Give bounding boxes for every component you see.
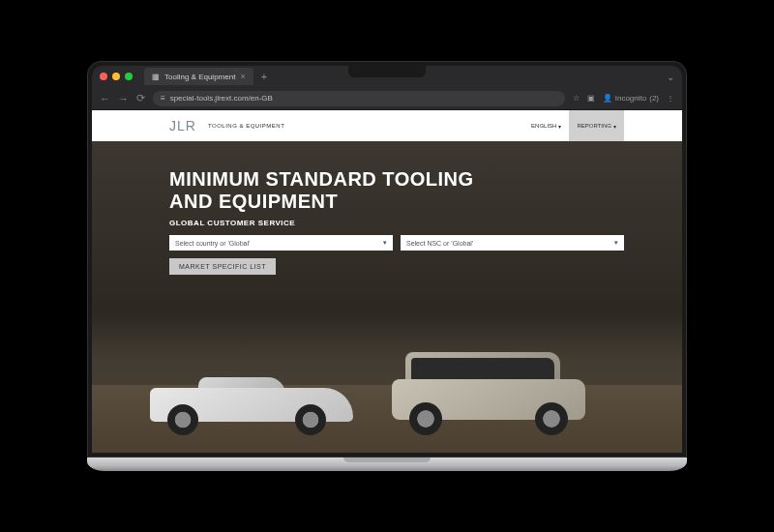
screen-bezel: ▦ Tooling & Equipment × + ⌄ ← → ⟳ ≡ spec… <box>87 61 687 458</box>
hero-content: MINIMUM STANDARD TOOLING AND EQUIPMENT G… <box>169 168 624 275</box>
nav-english[interactable]: ENGLISH ▾ <box>523 110 569 141</box>
title-line-2: AND EQUIPMENT <box>169 191 624 213</box>
incognito-count: (2) <box>649 94 659 103</box>
laptop-frame: ▦ Tooling & Equipment × + ⌄ ← → ⟳ ≡ spec… <box>87 61 687 471</box>
tab-favicon: ▦ <box>152 73 160 81</box>
chevron-down-icon: ▾ <box>614 239 618 247</box>
nav-reporting[interactable]: REPORTING ▾ <box>569 110 624 141</box>
maximize-window-button[interactable] <box>125 73 133 80</box>
tabs-menu-button[interactable]: ⌄ <box>667 72 674 82</box>
back-button[interactable]: ← <box>100 93 110 104</box>
select-placeholder: Select country or 'Global' <box>175 240 250 247</box>
forward-button[interactable]: → <box>118 93 129 104</box>
nav-label: REPORTING <box>577 123 611 129</box>
nsc-select[interactable]: Select NSC or 'Global' ▾ <box>401 235 624 251</box>
tab-title: Tooling & Equipment <box>164 73 235 81</box>
laptop-notch <box>348 66 426 77</box>
sports-car-image <box>150 368 353 435</box>
country-select[interactable]: Select country or 'Global' ▾ <box>169 235 393 251</box>
suv-image <box>392 339 585 435</box>
select-row: Select country or 'Global' ▾ Select NSC … <box>169 235 624 251</box>
chevron-down-icon: ▾ <box>383 239 387 247</box>
hero-image <box>92 298 682 453</box>
page-subtitle: GLOBAL CUSTOMER SERVICE <box>169 219 624 227</box>
address-bar[interactable]: ≡ special-tools.jlrext.com/en-GB <box>153 91 565 106</box>
title-line-1: MINIMUM STANDARD TOOLING <box>169 168 624 191</box>
browser-tab[interactable]: ▦ Tooling & Equipment × <box>144 68 253 85</box>
site-header: JLR TOOLING & EQUIPMENT ENGLISH ▾ REPORT… <box>92 110 682 141</box>
bookmark-icon[interactable]: ☆ <box>573 94 580 103</box>
browser-toolbar: ← → ⟳ ≡ special-tools.jlrext.com/en-GB ☆… <box>92 87 682 110</box>
reload-button[interactable]: ⟳ <box>136 92 145 104</box>
market-specific-list-button[interactable]: MARKET SPECIFIC LIST <box>169 258 276 275</box>
logo-subtitle: TOOLING & EQUIPMENT <box>208 123 284 129</box>
select-placeholder: Select NSC or 'Global' <box>406 240 473 247</box>
url-text: special-tools.jlrext.com/en-GB <box>170 94 273 103</box>
nav-label: ENGLISH <box>531 123 556 129</box>
minimize-window-button[interactable] <box>112 73 120 80</box>
extensions-icon[interactable]: ▣ <box>587 94 595 103</box>
window-controls <box>100 73 133 80</box>
site-info-icon[interactable]: ≡ <box>161 94 165 103</box>
incognito-icon: 👤 <box>603 94 612 103</box>
chevron-down-icon: ▾ <box>613 123 616 130</box>
new-tab-button[interactable]: + <box>257 71 271 82</box>
menu-icon[interactable]: ⋮ <box>667 94 674 103</box>
incognito-label: Incognito <box>615 94 646 103</box>
page-title: MINIMUM STANDARD TOOLING AND EQUIPMENT <box>169 168 624 213</box>
close-window-button[interactable] <box>100 73 107 80</box>
toolbar-actions: ☆ ▣ 👤 Incognito (2) ⋮ <box>573 94 674 103</box>
page-content: JLR TOOLING & EQUIPMENT ENGLISH ▾ REPORT… <box>92 110 682 453</box>
incognito-badge[interactable]: 👤 Incognito (2) <box>603 94 659 103</box>
close-tab-button[interactable]: × <box>240 72 245 81</box>
screen: ▦ Tooling & Equipment × + ⌄ ← → ⟳ ≡ spec… <box>92 66 682 453</box>
laptop-base <box>87 458 687 471</box>
chevron-down-icon: ▾ <box>558 123 561 130</box>
hero-section: MINIMUM STANDARD TOOLING AND EQUIPMENT G… <box>92 141 682 453</box>
logo[interactable]: JLR <box>169 118 196 133</box>
